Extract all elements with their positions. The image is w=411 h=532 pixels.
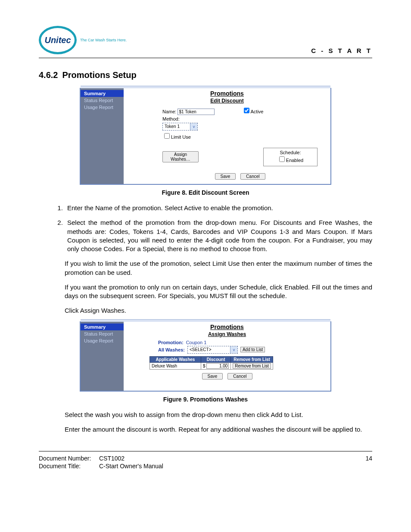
method-label: Method: (162, 116, 318, 121)
figure8-screenshot: Summary Status Report Usage Report Promo… (80, 88, 331, 185)
section-title-text: Promotions Setup (62, 70, 136, 80)
cancel-button[interactable]: Cancel (227, 373, 252, 380)
post-p2: Enter the amount the discount is worth. … (65, 425, 372, 434)
name-label: Name: (162, 109, 176, 114)
currency-label: $ (203, 364, 206, 368)
page-footer: Document Number: CST1002 Document Title:… (39, 451, 372, 470)
figure9-caption: Figure 9. Promotions Washes (39, 396, 372, 403)
remove-from-list-button[interactable]: Remove from List (233, 363, 271, 369)
panel-subtitle: Edit Discount (124, 98, 330, 104)
step-2-p4: Click Assign Washes. (65, 306, 372, 315)
sidebar: Summary Status Report Usage Report (81, 88, 124, 184)
sidebar-item-status-report[interactable]: Status Report (81, 330, 124, 337)
schedule-enabled-label: Enabled (286, 158, 303, 163)
cell-wash-name: Deluxe Wash (150, 362, 201, 369)
docnum-value: CST1002 (99, 455, 163, 462)
name-input[interactable] (177, 109, 215, 115)
post-p1: Select the wash you wish to assign from … (65, 411, 372, 419)
main-panel: Promotions Edit Discount Name: Active Me… (124, 88, 330, 184)
sidebar-item-summary[interactable]: Summary (81, 324, 124, 330)
promotion-label: Promotion: (158, 340, 184, 345)
panel-title: Promotions (124, 90, 330, 97)
method-select-value: Token 1 (163, 123, 190, 130)
doc-header-right: C - S T A R T (311, 47, 372, 54)
doctitle-value: C-Start Owner's Manual (99, 463, 163, 470)
schedule-enabled-checkbox[interactable] (279, 156, 285, 162)
step-2-p1: Select the method of the promotion from … (67, 218, 372, 253)
cancel-button[interactable]: Cancel (240, 173, 265, 180)
section-number: 4.6.2 (39, 70, 58, 80)
chevron-down-icon: v (190, 123, 197, 130)
schedule-box: Schedule: Enabled (263, 148, 318, 166)
figure9-screenshot: Summary Status Report Usage Report Promo… (80, 321, 331, 392)
steps-list: Enter the Name of the promotion. Select … (39, 204, 372, 253)
limit-use-checkbox[interactable] (164, 133, 170, 139)
schedule-title: Schedule: (272, 150, 308, 155)
page-number: 14 (365, 455, 372, 470)
col-applicable-washes: Applicable Washes (150, 356, 201, 362)
sidebar-item-status-report[interactable]: Status Report (81, 97, 124, 104)
save-button[interactable]: Save (202, 373, 223, 380)
add-to-list-button[interactable]: Add to List (240, 347, 265, 352)
step-2-p2: If you wish to limit the use of the prom… (65, 259, 372, 277)
window-top-edge (81, 86, 330, 88)
step-2: Select the method of the promotion from … (65, 218, 372, 253)
window-top-edge (81, 319, 330, 322)
col-discount: Discount (201, 356, 231, 362)
docnum-label: Document Number: (39, 455, 99, 462)
active-label: Active (251, 109, 264, 114)
doctitle-label: Document Title: (39, 463, 99, 470)
logo-tagline: The Car Wash Starts Here. (80, 38, 127, 42)
method-select[interactable]: Token 1 v (162, 123, 198, 131)
logo: Unitec The Car Wash Starts Here. (39, 26, 127, 54)
chevron-down-icon: v (230, 346, 237, 353)
panel-title: Promotions (124, 324, 330, 330)
figure8-caption: Figure 8. Edit Discount Screen (39, 189, 372, 196)
sidebar-item-usage-report[interactable]: Usage Report (81, 337, 124, 344)
all-washes-select[interactable]: <SELECT> v (187, 346, 238, 354)
sidebar-item-usage-report[interactable]: Usage Report (81, 104, 124, 111)
sidebar-item-summary[interactable]: Summary (81, 90, 124, 97)
promotion-value: Coupon 1 (186, 340, 207, 345)
save-button[interactable]: Save (215, 173, 236, 180)
sidebar: Summary Status Report Usage Report (81, 322, 124, 391)
assign-washes-button[interactable]: Assign Washes… (162, 151, 199, 162)
all-washes-select-value: <SELECT> (188, 346, 230, 353)
step-2-p3: If you want the promotion to only run on… (65, 283, 372, 301)
col-remove: Remove from List (231, 356, 273, 362)
step-1: Enter the Name of the promotion. Select … (65, 204, 372, 212)
page-header: Unitec The Car Wash Starts Here. C - S T… (39, 26, 372, 58)
logo-mark: Unitec (39, 26, 77, 54)
all-washes-label: All Washes: (158, 347, 185, 352)
washes-table: Applicable Washes Discount Remove from L… (149, 356, 273, 370)
limit-use-label: Limit Use (171, 134, 191, 140)
main-panel: Promotions Assign Washes Promotion: Coup… (124, 322, 330, 391)
table-row: Deluxe Wash $ Remove from List (150, 362, 273, 369)
panel-subtitle: Assign Washes (124, 331, 330, 337)
section-heading: 4.6.2Promotions Setup (39, 70, 372, 80)
discount-input[interactable] (206, 363, 229, 369)
active-checkbox[interactable] (244, 108, 249, 113)
